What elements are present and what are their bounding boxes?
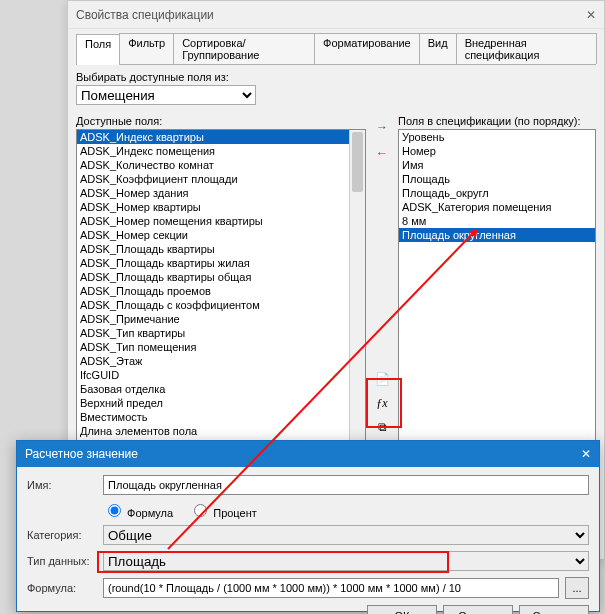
list-item[interactable]: ADSK_Номер квартиры — [77, 200, 365, 214]
category-label: Категория: — [27, 529, 97, 541]
tab-0[interactable]: Поля — [76, 34, 120, 65]
name-label: Имя: — [27, 479, 97, 491]
available-fields-listbox[interactable]: ADSK_Индекс квартирыADSK_Индекс помещени… — [76, 129, 366, 449]
list-item[interactable]: Площадь_округл — [399, 186, 595, 200]
transfer-buttons: → ← 📄 ƒx ⧉ — [370, 113, 394, 477]
list-item[interactable]: ADSK_Категория помещения — [399, 200, 595, 214]
close-icon[interactable]: ✕ — [586, 8, 596, 22]
tab-strip: ПоляФильтрСортировка/ГруппированиеФормат… — [76, 33, 596, 65]
list-item[interactable]: ADSK_Площадь с коэффициентом — [77, 298, 365, 312]
available-label: Доступные поля: — [76, 115, 366, 127]
pick-from-combo[interactable]: Помещения — [76, 85, 256, 105]
calculated-value-dialog: Расчетное значение ✕ Имя: Формула Процен… — [16, 440, 600, 612]
list-item[interactable]: Площадь — [399, 172, 595, 186]
titlebar[interactable]: Свойства спецификации ✕ — [68, 1, 604, 29]
dialog-title: Свойства спецификации — [76, 8, 214, 22]
formula-input[interactable] — [103, 578, 559, 598]
list-item[interactable]: ADSK_Коэффициент площади — [77, 172, 365, 186]
type-combo[interactable]: Площадь — [103, 551, 589, 571]
pick-from-label: Выбирать доступные поля из: — [76, 71, 596, 83]
list-item[interactable]: Площадь округленная — [399, 228, 595, 242]
list-item[interactable]: Имя — [399, 158, 595, 172]
list-item[interactable]: ADSK_Площадь квартиры общая — [77, 270, 365, 284]
add-field-button[interactable]: → — [372, 117, 392, 137]
list-item[interactable]: ADSK_Номер здания — [77, 186, 365, 200]
list-item[interactable]: ADSK_Площадь квартиры жилая — [77, 256, 365, 270]
list-item[interactable]: ADSK_Этаж — [77, 354, 365, 368]
ok-button[interactable]: ОК — [367, 605, 437, 614]
formula-browse-button[interactable]: ... — [565, 577, 589, 599]
category-combo[interactable]: Общие — [103, 525, 589, 545]
list-item[interactable]: ADSK_Тип помещения — [77, 340, 365, 354]
formula-label: Формула: — [27, 582, 97, 594]
list-item[interactable]: Длина элементов пола — [77, 424, 365, 438]
calculated-value-button[interactable]: ƒx — [372, 393, 392, 413]
type-label: Тип данных: — [27, 555, 97, 567]
tab-5[interactable]: Внедренная спецификация — [456, 33, 597, 64]
calc-dialog-title: Расчетное значение — [25, 447, 138, 461]
list-item[interactable]: ADSK_Тип квартиры — [77, 326, 365, 340]
scrollbar[interactable] — [349, 130, 365, 448]
tab-3[interactable]: Форматирование — [314, 33, 420, 64]
list-item[interactable]: 8 мм — [399, 214, 595, 228]
list-item[interactable]: ADSK_Количество комнат — [77, 158, 365, 172]
tab-1[interactable]: Фильтр — [119, 33, 174, 64]
list-item[interactable]: ADSK_Примечание — [77, 312, 365, 326]
list-item[interactable]: ADSK_Площадь проемов — [77, 284, 365, 298]
list-item[interactable]: Базовая отделка — [77, 382, 365, 396]
list-item[interactable]: IfcGUID — [77, 368, 365, 382]
formula-radio[interactable]: Формула — [103, 501, 173, 519]
list-item[interactable]: Номер — [399, 144, 595, 158]
list-item[interactable]: ADSK_Номер помещения квартиры — [77, 214, 365, 228]
scheduled-fields-listbox[interactable]: УровеньНомерИмяПлощадьПлощадь_округлADSK… — [398, 129, 596, 449]
list-item[interactable]: ADSK_Индекс квартиры — [77, 130, 365, 144]
list-item[interactable]: Верхний предел — [77, 396, 365, 410]
list-item[interactable]: ADSK_Индекс помещения — [77, 144, 365, 158]
list-item[interactable]: ADSK_Площадь квартиры — [77, 242, 365, 256]
list-item[interactable]: Уровень — [399, 130, 595, 144]
scheduled-label: Поля в спецификации (по порядку): — [398, 115, 596, 127]
cancel-button[interactable]: Отмена — [443, 605, 513, 614]
help-button[interactable]: Справка — [519, 605, 589, 614]
list-item[interactable]: Вместимость — [77, 410, 365, 424]
combine-parameters-button[interactable]: ⧉ — [372, 417, 392, 437]
tab-2[interactable]: Сортировка/Группирование — [173, 33, 315, 64]
name-input[interactable] — [103, 475, 589, 495]
calc-titlebar[interactable]: Расчетное значение ✕ — [17, 441, 599, 467]
new-parameter-button[interactable]: 📄 — [372, 369, 392, 389]
list-item[interactable]: ADSK_Номер секции — [77, 228, 365, 242]
percent-radio[interactable]: Процент — [189, 501, 257, 519]
tab-4[interactable]: Вид — [419, 33, 457, 64]
close-icon[interactable]: ✕ — [581, 447, 591, 461]
remove-field-button[interactable]: ← — [372, 143, 392, 163]
